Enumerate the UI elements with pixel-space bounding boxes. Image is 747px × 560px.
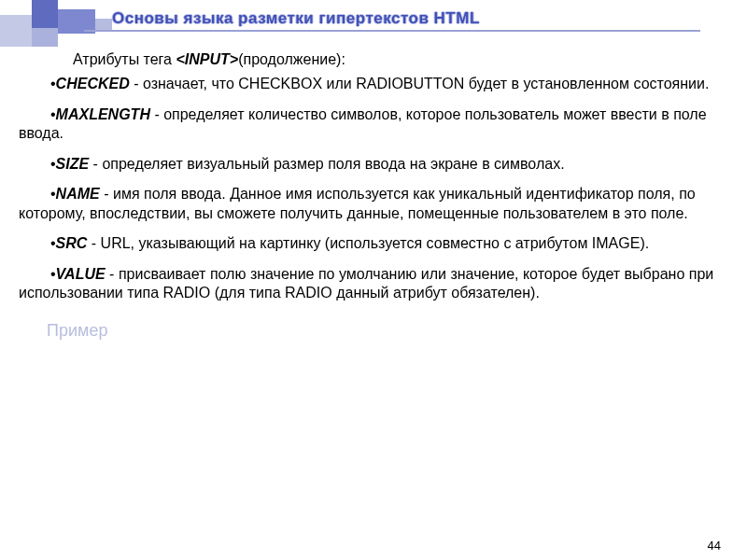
intro-line: Атрибуты тега <INPUT>(продолжение):: [73, 50, 728, 69]
attr-name: MAXLENGTH: [56, 106, 150, 122]
title-underline: [84, 30, 700, 32]
example-link[interactable]: Пример: [47, 320, 728, 342]
attr-desc: имя поля ввода. Данное имя используется …: [19, 186, 696, 220]
attr-sep: -: [100, 186, 113, 202]
attr-name: SIZE: [56, 156, 90, 172]
attr-sep: -: [106, 266, 119, 282]
corner-decoration: [0, 0, 121, 52]
intro-prefix: Атрибуты тега: [73, 51, 176, 67]
attr-desc: присваивает полю значение по умолчанию и…: [19, 266, 713, 301]
attr-desc: означает, что CHECKBOX или RADIOBUTTON б…: [143, 76, 709, 91]
intro-tag: <INPUT>: [176, 51, 238, 67]
attr-sep: -: [87, 235, 100, 251]
intro-suffix: (продолжение):: [238, 51, 345, 67]
slide-body: Атрибуты тега <INPUT>(продолжение): •CHE…: [19, 50, 728, 342]
attr-sep: -: [89, 156, 102, 172]
page-number: 44: [708, 539, 721, 553]
attr-item: •VALUE - присваивает полю значение по ум…: [19, 265, 728, 303]
attr-desc: URL, указывающий на картинку (использует…: [101, 235, 650, 251]
attr-item: •MAXLENGTH - определяет количество симво…: [19, 105, 728, 144]
attr-item: •CHECKED - означает, что CHECKBOX или RA…: [19, 75, 728, 93]
attr-name: NAME: [56, 186, 100, 202]
attr-sep: -: [130, 76, 143, 91]
attr-sep: -: [150, 106, 163, 122]
attr-item: •NAME - имя поля ввода. Данное имя испол…: [19, 185, 728, 223]
attr-item: •SIZE - определяет визуальный размер пол…: [19, 155, 728, 174]
attr-name: CHECKED: [56, 76, 130, 91]
attr-desc: определяет визуальный размер поля ввода …: [102, 156, 564, 172]
attr-name: VALUE: [56, 266, 106, 282]
attr-item: •SRC - URL, указывающий на картинку (исп…: [19, 234, 728, 253]
attr-name: SRC: [56, 235, 88, 251]
